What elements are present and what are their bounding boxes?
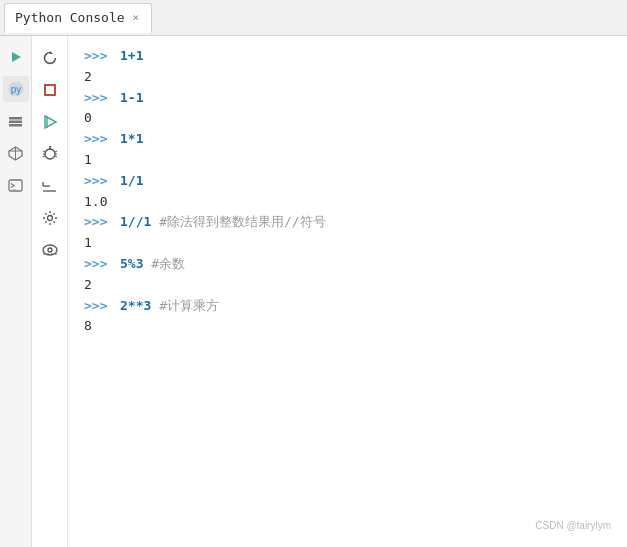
svg-rect-12 — [45, 85, 55, 95]
console-input-7: >>> 2**3 #计算乘方 — [84, 296, 611, 317]
tab-close-button[interactable]: × — [131, 11, 142, 24]
console-input-2: >>> 1-1 — [84, 88, 611, 109]
output-7: 8 — [84, 316, 611, 337]
prompt-1: >>> — [84, 46, 116, 67]
play-sidebar-button[interactable] — [3, 44, 29, 70]
svg-text:py: py — [10, 84, 21, 95]
prompt-7: >>> — [84, 296, 116, 317]
output-6: 2 — [84, 275, 611, 296]
svg-rect-5 — [9, 117, 22, 120]
output-5: 1 — [84, 233, 611, 254]
svg-point-21 — [43, 245, 57, 255]
prompt-3: >>> — [84, 129, 116, 150]
code-4: 1/1 — [120, 171, 143, 192]
prompt-6: >>> — [84, 254, 116, 275]
tab-bar: Python Console × — [0, 0, 627, 36]
code-7: 2**3 — [120, 296, 151, 317]
sidebar-left: py _ — [0, 36, 32, 547]
svg-point-22 — [48, 248, 52, 252]
watermark: CSDN @fairylym — [535, 520, 611, 531]
svg-marker-0 — [12, 52, 21, 62]
package-sidebar-button[interactable] — [3, 140, 29, 166]
code-6: 5%3 — [120, 254, 143, 275]
debug-button[interactable] — [36, 140, 64, 168]
main-content: py _ — [0, 36, 627, 547]
console-input-3: >>> 1*1 — [84, 129, 611, 150]
output-3: 1 — [84, 150, 611, 171]
code-3: 1*1 — [120, 129, 143, 150]
code-5: 1//1 — [120, 212, 151, 233]
code-2: 1-1 — [120, 88, 143, 109]
output-1: 2 — [84, 67, 611, 88]
prompt-2: >>> — [84, 88, 116, 109]
svg-point-17 — [49, 146, 51, 148]
prompt-5: >>> — [84, 212, 116, 233]
comment-7: #计算乘方 — [151, 296, 219, 317]
console-input-1: >>> 1+1 — [84, 46, 611, 67]
console-input-6: >>> 5%3 #余数 — [84, 254, 611, 275]
view-button[interactable] — [36, 236, 64, 264]
prompt-4: >>> — [84, 171, 116, 192]
comment-5: #除法得到整数结果用//符号 — [151, 212, 325, 233]
python-console-tab[interactable]: Python Console × — [4, 3, 152, 33]
python-sidebar-button[interactable]: py — [3, 76, 29, 102]
output-4: 1.0 — [84, 192, 611, 213]
svg-point-15 — [45, 149, 55, 159]
step-button[interactable] — [36, 172, 64, 200]
layers-sidebar-button[interactable] — [3, 108, 29, 134]
terminal-sidebar-button[interactable]: _ — [3, 172, 29, 198]
console-input-4: >>> 1/1 — [84, 171, 611, 192]
console-input-5: >>> 1//1 #除法得到整数结果用//符号 — [84, 212, 611, 233]
stop-button[interactable] — [36, 76, 64, 104]
refresh-button[interactable] — [36, 44, 64, 72]
run-button[interactable] — [36, 108, 64, 136]
console-area[interactable]: >>> 1+1 2 >>> 1-1 0 >>> 1*1 1 >>> 1/1 1.… — [68, 36, 627, 547]
comment-6: #余数 — [143, 254, 185, 275]
output-2: 0 — [84, 108, 611, 129]
code-1: 1+1 — [120, 46, 143, 67]
svg-marker-11 — [50, 51, 53, 54]
svg-point-20 — [47, 216, 52, 221]
tab-title: Python Console — [15, 10, 125, 25]
settings-button[interactable] — [36, 204, 64, 232]
svg-rect-4 — [9, 120, 22, 123]
svg-rect-3 — [9, 124, 22, 127]
toolbar — [32, 36, 68, 547]
